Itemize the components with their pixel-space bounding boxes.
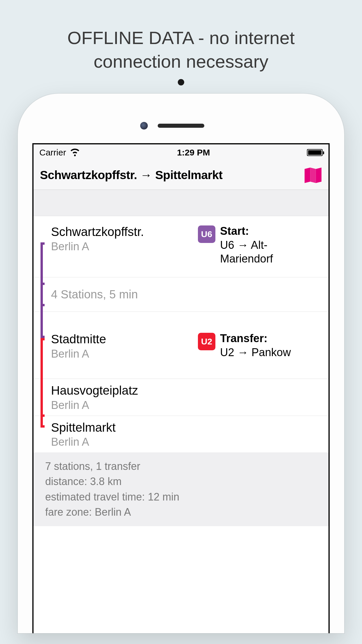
station-name: Stadtmitte <box>51 332 192 347</box>
action-label: Start: <box>220 225 249 237</box>
line-bracket-segment <box>41 276 45 313</box>
line-bracket-u2 <box>41 378 45 417</box>
map-button[interactable] <box>303 165 323 186</box>
phone-frame: Carrier 1:29 PM Schwartzkopffstr. → Spit… <box>18 94 344 633</box>
line-bracket-end-u6 <box>41 311 45 338</box>
summary-distance: distance: 3.8 km <box>45 474 317 489</box>
action-text: Start: U6 → Alt-Mariendorf <box>220 224 320 266</box>
line-bracket-end-u2 <box>41 415 45 428</box>
bracket-notch-top <box>41 283 45 285</box>
line-bracket-start <box>41 242 45 278</box>
segment-text: 4 Stations, 5 min <box>51 288 138 301</box>
phone-speaker <box>158 124 204 128</box>
empty-header-strip <box>34 190 328 216</box>
route-step-transfer[interactable]: Stadtmitte Berlin A U2 Transfer: U2 → Pa… <box>34 312 328 379</box>
route-summary: 7 stations, 1 transfer distance: 3.8 km … <box>34 452 328 526</box>
line-bracket-start-u2 <box>41 338 45 380</box>
phone-screen: Carrier 1:29 PM Schwartzkopffstr. → Spit… <box>32 143 330 633</box>
carrier-label: Carrier <box>39 148 66 158</box>
status-bar: Carrier 1:29 PM <box>34 144 328 161</box>
station-zone: Berlin A <box>51 348 192 360</box>
promo-line-2: connection necessary <box>94 51 268 71</box>
station-name: Hausvogteiplatz <box>51 383 320 398</box>
route-list: Schwartzkopffstr. Berlin A U6 Start: U6 … <box>34 216 328 452</box>
line-badge-u2: U2 <box>198 333 215 350</box>
phone-top-hardware <box>32 108 330 143</box>
station-zone: Berlin A <box>51 399 320 412</box>
station-name: Spittelmarkt <box>51 420 320 435</box>
action-direction: U6 → Alt-Mariendorf <box>220 239 273 265</box>
phone-sensor <box>178 79 184 85</box>
navigation-bar: Schwartzkopffstr. → Spittelmarkt <box>34 161 328 190</box>
station-zone: Berlin A <box>51 240 192 253</box>
action-label: Transfer: <box>220 332 268 344</box>
station-zone: Berlin A <box>51 436 320 448</box>
promo-line-1: OFFLINE DATA - no internet <box>67 28 295 48</box>
line-badge-u6: U6 <box>198 225 215 243</box>
map-icon <box>305 167 321 183</box>
bracket-notch-bottom <box>41 304 45 306</box>
route-title: Schwartzkopffstr. → Spittelmarkt <box>40 168 303 182</box>
status-time: 1:29 PM <box>177 148 210 158</box>
action-text: Transfer: U2 → Pankow <box>220 332 291 359</box>
summary-stations: 7 stations, 1 transfer <box>45 459 317 474</box>
station-name: Schwartzkopffstr. <box>51 224 192 240</box>
phone-camera <box>140 122 148 130</box>
route-step-start[interactable]: Schwartzkopffstr. Berlin A U6 Start: U6 … <box>34 216 328 277</box>
segment-info[interactable]: 4 Stations, 5 min <box>34 277 328 312</box>
summary-time: estimated travel time: 12 min <box>45 489 317 505</box>
promo-headline: OFFLINE DATA - no internet connection ne… <box>0 0 362 85</box>
battery-icon <box>307 149 323 156</box>
route-stop[interactable]: Hausvogteiplatz Berlin A <box>34 379 328 416</box>
action-direction: U2 → Pankow <box>220 346 291 358</box>
route-stop-destination[interactable]: Spittelmarkt Berlin A <box>34 416 328 453</box>
summary-fare-zone: fare zone: Berlin A <box>45 505 317 520</box>
wifi-icon <box>70 146 80 159</box>
